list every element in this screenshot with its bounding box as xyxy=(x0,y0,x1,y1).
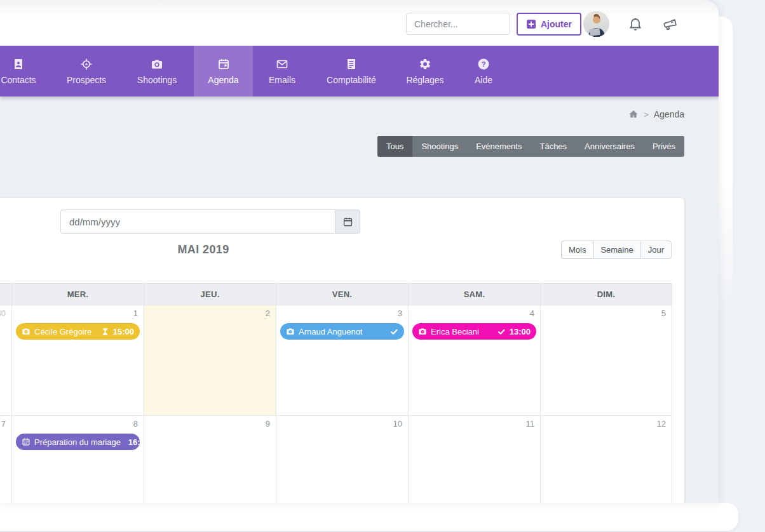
day-cell[interactable]: 9 xyxy=(144,416,276,503)
date-picker-group xyxy=(60,209,360,234)
check-icon xyxy=(498,328,506,336)
breadcrumb-separator: > xyxy=(644,110,649,119)
filter-tab-tous[interactable]: Tous xyxy=(377,136,412,157)
event-pill[interactable]: Arnaud Anguenot xyxy=(280,323,404,340)
add-button[interactable]: Ajouter xyxy=(517,13,581,36)
filter-tab-prives[interactable]: Privés xyxy=(644,136,684,157)
view-button-jour[interactable]: Jour xyxy=(640,241,672,259)
event-time: 16:00 xyxy=(128,437,140,447)
nav-item-prospects[interactable]: Prospects xyxy=(57,46,116,96)
nav-item-label: Aide xyxy=(475,75,492,85)
day-header-row: MER.JEU.VEN.SAM.DIM. xyxy=(0,283,672,305)
filter-bar: TousShootingsEvénementsTâchesAnniversair… xyxy=(377,136,684,157)
megaphone-icon xyxy=(661,16,678,32)
calendar-icon xyxy=(342,216,353,227)
day-header-cell: SAM. xyxy=(408,284,540,305)
day-cell[interactable]: 3Arnaud Anguenot xyxy=(276,305,408,416)
camera-icon xyxy=(151,58,163,70)
date-picker-button[interactable] xyxy=(335,209,360,234)
nav-item-label: Réglages xyxy=(406,75,443,85)
day-number: 10 xyxy=(276,416,408,431)
app-window: Ajouter xyxy=(0,0,719,503)
avatar[interactable] xyxy=(583,11,609,37)
day-number: 1 xyxy=(12,305,144,321)
day-cell[interactable]: 4Erica Beciani13:00 xyxy=(408,305,540,416)
calendar-grid: MER.JEU.VEN.SAM.DIM.301Cécile Grégoire15… xyxy=(0,283,672,503)
nav-item-aide[interactable]: ?Aide xyxy=(459,46,508,96)
day-number: 5 xyxy=(541,305,672,321)
target-icon xyxy=(80,58,93,70)
day-number: 2 xyxy=(144,305,276,321)
day-number: 12 xyxy=(541,416,672,431)
camera-icon xyxy=(418,327,427,336)
day-cell[interactable]: 5 xyxy=(540,305,672,416)
day-number: 8 xyxy=(12,416,144,431)
day-cell[interactable]: 1Cécile Grégoire15:00 xyxy=(11,305,144,416)
day-number: 11 xyxy=(409,416,540,431)
nav-item-emails[interactable]: Emails xyxy=(253,46,311,96)
nav-item-shootings[interactable]: Shootings xyxy=(125,46,189,96)
add-button-label: Ajouter xyxy=(541,19,572,29)
filter-tab-evenements[interactable]: Evénements xyxy=(467,136,531,157)
day-header-cell-edge xyxy=(0,284,11,305)
event-time: 13:00 xyxy=(510,327,531,336)
ledger-icon xyxy=(345,58,358,70)
nav-item-agenda[interactable]: Agenda xyxy=(194,46,253,96)
hourglass-icon xyxy=(101,328,109,336)
calendar-title: MAI 2019 xyxy=(127,243,280,256)
week-row: 78Préparation du mariage16:009101112 xyxy=(0,416,672,503)
camera-icon xyxy=(22,327,30,336)
day-header-cell: DIM. xyxy=(540,284,672,305)
view-button-mois[interactable]: Mois xyxy=(561,241,593,259)
filter-tab-anniversaires[interactable]: Anniversaires xyxy=(576,136,644,157)
top-bar: Ajouter xyxy=(0,0,719,46)
date-input[interactable] xyxy=(60,209,335,234)
calendar-card: MAI 2019 MoisSemaineJour MER.JEU.VEN.SAM… xyxy=(0,198,684,503)
main-nav: ContactsProspectsShootingsAgendaEmailsCo… xyxy=(0,46,719,96)
event-pill[interactable]: Erica Beciani13:00 xyxy=(412,323,536,340)
bell-icon xyxy=(628,17,643,32)
event-title: Préparation du mariage xyxy=(34,437,121,447)
gear-icon xyxy=(419,58,431,70)
nav-item-label: Prospects xyxy=(67,75,106,85)
search-input[interactable] xyxy=(406,13,510,35)
question-icon: ? xyxy=(477,58,490,70)
calendar-icon xyxy=(22,437,30,446)
event-pill[interactable]: Cécile Grégoire15:00 xyxy=(16,323,140,340)
event-pill[interactable]: Préparation du mariage16:00 xyxy=(16,434,140,450)
day-cell-today[interactable]: 2 xyxy=(144,305,276,416)
day-number: 7 xyxy=(0,416,11,431)
nav-item-comptabilite[interactable]: Comptabilité xyxy=(311,46,391,96)
content-area: > Agenda TousShootingsEvénementsTâchesAn… xyxy=(0,96,719,503)
day-number: 3 xyxy=(276,305,408,321)
day-header-cell: JEU. xyxy=(144,284,276,305)
filter-tab-taches[interactable]: Tâches xyxy=(531,136,576,157)
breadcrumb-current: Agenda xyxy=(654,109,684,119)
event-title: Arnaud Anguenot xyxy=(299,327,362,336)
day-cell[interactable]: 10 xyxy=(276,416,408,503)
view-switcher: MoisSemaineJour xyxy=(561,241,672,259)
day-cell[interactable]: 11 xyxy=(408,416,540,503)
footer-sheet xyxy=(0,503,738,531)
camera-icon xyxy=(286,327,295,336)
view-button-semaine[interactable]: Semaine xyxy=(593,241,640,259)
home-icon[interactable] xyxy=(628,109,639,119)
nav-item-label: Shootings xyxy=(137,75,177,85)
event-time: 15:00 xyxy=(113,327,134,336)
day-number: 30 xyxy=(0,305,11,321)
notifications-button[interactable] xyxy=(626,15,644,33)
svg-text:?: ? xyxy=(481,60,485,68)
nav-item-reglages[interactable]: Réglages xyxy=(391,46,459,96)
nav-item-label: Emails xyxy=(269,75,295,85)
day-cell-edge[interactable]: 30 xyxy=(0,305,11,416)
background-sheet-edge xyxy=(717,17,733,321)
announcements-button[interactable] xyxy=(661,15,679,33)
check-icon xyxy=(390,328,398,336)
nav-item-label: Contacts xyxy=(1,75,36,85)
day-cell-edge[interactable]: 7 xyxy=(0,416,11,503)
page-background: Ajouter xyxy=(0,0,765,532)
day-cell[interactable]: 12 xyxy=(540,416,672,503)
day-cell[interactable]: 8Préparation du mariage16:00 xyxy=(11,416,144,503)
nav-item-contacts[interactable]: Contacts xyxy=(0,46,47,96)
filter-tab-shootings[interactable]: Shootings xyxy=(412,136,467,157)
